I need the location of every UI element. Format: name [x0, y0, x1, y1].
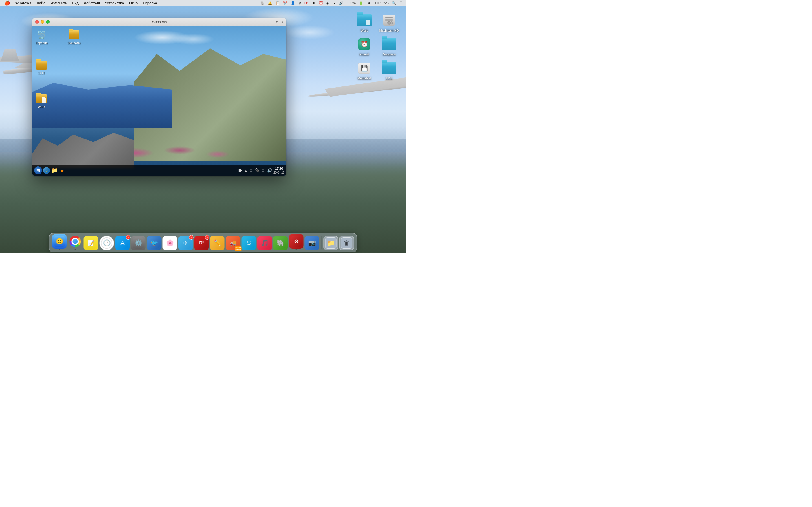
- menu-edit[interactable]: Изменить: [48, 0, 69, 6]
- vm-dropdown-icon[interactable]: ▼: [275, 20, 278, 24]
- novyi-label: Новый: [359, 53, 369, 56]
- vm-window-controls: [35, 20, 50, 24]
- appstore-badge: 1: [126, 235, 131, 240]
- clipboard-icon[interactable]: 📋: [274, 1, 281, 5]
- menubar-right: 🐘 🔔 📋 ✂️ 👤 ⊗ D1 ⏸ ⏰ ◈ ▲ 🔊 100% 🔋 RU Пн 1…: [259, 1, 404, 5]
- menu-devices[interactable]: Устройства: [103, 0, 126, 6]
- win-tray-icon-1[interactable]: 🖥: [249, 168, 253, 173]
- telegram-icon: ✈ 2: [179, 236, 193, 250]
- win-media-button[interactable]: ▶: [59, 167, 66, 174]
- dock-item-tweetbot[interactable]: 🐦: [147, 236, 161, 250]
- parallels-icon[interactable]: ⊗: [297, 1, 302, 5]
- emirates-mac-label: Эмираты: [383, 53, 396, 56]
- dock-item-appstore[interactable]: A 1: [115, 236, 130, 250]
- work-icon-label: Work: [361, 29, 368, 33]
- apple-menu[interactable]: 🍎: [2, 0, 12, 6]
- dock-item-transmit[interactable]: 🚚 2,32M2,65M: [226, 236, 241, 250]
- win-work-folder[interactable]: Work: [35, 92, 48, 110]
- menu-file[interactable]: Файл: [34, 0, 48, 6]
- folder-1111-win-label: 1111: [38, 71, 45, 75]
- dock-item-skype[interactable]: S: [242, 236, 256, 250]
- desktop-icon-macintosh-hd[interactable]: Macintosh HD: [378, 12, 400, 34]
- win-tray-arrow[interactable]: ▲: [244, 168, 248, 172]
- appstore-icon: A 1: [115, 236, 130, 250]
- evernote-icon: 🐘: [273, 236, 288, 250]
- dock-item-clock[interactable]: 🕐: [100, 236, 114, 250]
- battery-icon[interactable]: 🔋: [358, 1, 364, 5]
- vm-close-button[interactable]: [35, 20, 39, 24]
- finder-icon: 🙂: [52, 234, 67, 249]
- desktop-icon-1111-mac[interactable]: 1111: [378, 60, 400, 81]
- dock-item-iphoto[interactable]: 📷: [305, 236, 319, 250]
- vm-titlebar-right: ▼ ⚙: [275, 20, 283, 24]
- battery-percent[interactable]: 100%: [346, 1, 357, 5]
- dock-item-toolbox[interactable]: D! 1: [194, 236, 209, 250]
- dock-item-sketches[interactable]: ✏️: [210, 236, 225, 250]
- spotlight-icon[interactable]: 🔍: [391, 1, 397, 5]
- safari-dot: [75, 249, 76, 250]
- clock-icon: 🕐: [100, 236, 114, 250]
- sketches-icon: ✏️: [210, 236, 225, 250]
- dock-item-notes[interactable]: 📝: [84, 236, 98, 250]
- bluetooth-icon[interactable]: ◈: [325, 1, 330, 5]
- transmit-badge: 2,32M2,65M: [235, 246, 241, 251]
- notification-icon[interactable]: 🔔: [267, 1, 273, 5]
- macintosh-hd-label: Macintosh HD: [379, 29, 399, 33]
- menu-actions[interactable]: Действия: [82, 0, 102, 6]
- evernote-status-icon[interactable]: 🐘: [259, 1, 266, 5]
- win-start-button[interactable]: ⊞: [34, 166, 42, 174]
- win-volume-icon[interactable]: 🔊: [267, 168, 272, 173]
- scissors-icon[interactable]: ✂️: [282, 1, 289, 5]
- desktop-icon-mediaget[interactable]: 💾 MediaGet: [353, 60, 375, 81]
- toolbox-icon-menu[interactable]: D1: [303, 1, 310, 5]
- menubar-left: 🍎 Windows Файл Изменить Вид Действия Уст…: [2, 0, 259, 6]
- folder-1111-mac-img: [382, 61, 396, 75]
- desktop-icon-work[interactable]: Work: [353, 12, 375, 34]
- lang-indicator[interactable]: RU: [365, 1, 372, 5]
- recycle-bin-label: Корзина: [36, 41, 48, 45]
- win-emirates-folder[interactable]: Эмираты: [66, 28, 82, 46]
- win-ie-button[interactable]: e: [43, 167, 50, 174]
- work-win-folder-icon: [36, 93, 47, 105]
- win-tray-icon-3[interactable]: 🖥: [261, 168, 265, 173]
- dock-item-itunes[interactable]: 🎵: [257, 236, 272, 250]
- dock-item-safari[interactable]: [68, 234, 83, 250]
- time-machine-menu[interactable]: ⏰: [318, 1, 324, 5]
- desktop-icon-emirates-mac[interactable]: Эмираты: [378, 36, 400, 57]
- vm-maximize-button[interactable]: [46, 20, 50, 24]
- notification-center-icon[interactable]: ☰: [398, 1, 404, 5]
- dock-item-telegram[interactable]: ✈ 2: [179, 236, 193, 250]
- dock-item-photos[interactable]: 🌸: [163, 236, 177, 250]
- volume-icon[interactable]: 🔊: [338, 1, 345, 5]
- vm-desktop: 🗑️ Корзина Эмираты 1111: [33, 26, 286, 176]
- contact-icon[interactable]: 👤: [290, 1, 296, 5]
- win-time-display: 17:26: [273, 166, 285, 170]
- dock-item-parallels[interactable]: ⊘: [289, 234, 304, 250]
- parallels-icon: ⊘: [289, 234, 304, 249]
- win-folder-taskbar-button[interactable]: 📁: [51, 167, 58, 174]
- app-menu-windows[interactable]: Windows: [13, 0, 34, 6]
- menu-help[interactable]: Справка: [140, 0, 159, 6]
- menu-view[interactable]: Вид: [70, 0, 81, 6]
- win-lang-indicator[interactable]: EN: [238, 169, 243, 172]
- wifi-icon[interactable]: ▲: [331, 1, 337, 5]
- win-folder-1111[interactable]: 1111: [35, 58, 48, 76]
- vm-settings-icon[interactable]: ⚙: [280, 20, 283, 24]
- finder-dot: [59, 249, 60, 250]
- menu-window[interactable]: Окно: [127, 0, 140, 6]
- dock-item-folder[interactable]: 📁: [324, 236, 338, 250]
- pause-icon[interactable]: ⏸: [311, 1, 317, 5]
- dock-item-trash[interactable]: 🗑: [340, 236, 354, 250]
- win-taskbar: ⊞ e 📁 ▶ EN ▲ 🖥 🔌: [33, 165, 286, 176]
- notes-icon: 📝: [84, 236, 98, 250]
- dock-item-evernote[interactable]: 🐘: [273, 236, 288, 250]
- dock-item-settings[interactable]: ⚙️: [131, 236, 146, 250]
- desktop-icon-novyi[interactable]: ⏰ Новый: [353, 36, 375, 57]
- win-recycle-bin[interactable]: 🗑️ Корзина: [35, 28, 49, 46]
- toolbox-badge: 1: [205, 235, 209, 240]
- folder-1111-win-icon: [36, 59, 47, 71]
- vm-minimize-button[interactable]: [41, 20, 44, 24]
- dock-item-finder[interactable]: 🙂: [52, 234, 67, 250]
- recycle-bin-icon: 🗑️: [36, 29, 47, 41]
- win-tray-icon-2[interactable]: 🔌: [255, 168, 260, 173]
